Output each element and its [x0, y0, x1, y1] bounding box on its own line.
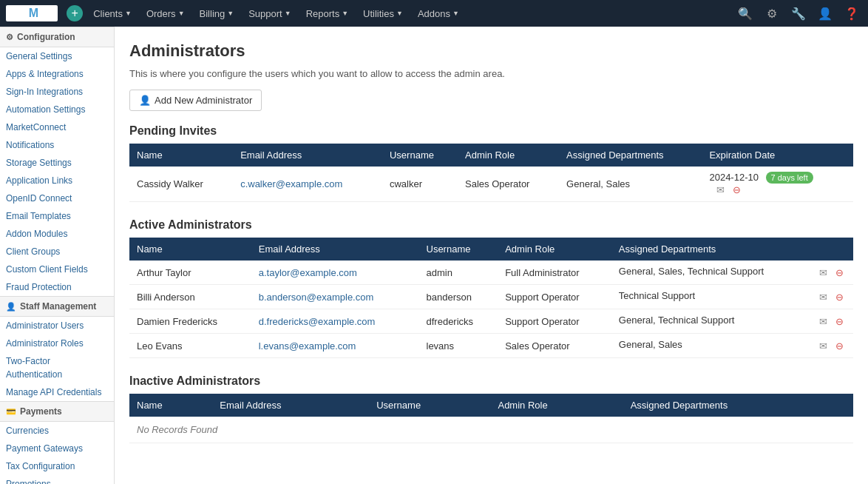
page-title: Administrators — [129, 41, 853, 61]
sidebar-item-openid-connect[interactable]: OpenID Connect — [0, 189, 114, 207]
sidebar-item-client-groups[interactable]: Client Groups — [0, 243, 114, 261]
active-row-0-username: admin — [419, 261, 498, 285]
sidebar-item-fraud-protection[interactable]: Fraud Protection — [0, 278, 114, 296]
active-col-name: Name — [129, 238, 251, 261]
active-row-0-email-link[interactable]: a.taylor@example.com — [259, 267, 357, 278]
pending-row-expiration: 2024-12-10 7 days left ✉ ⊖ — [702, 167, 853, 202]
table-row: Leo Evans l.evans@example.com levans Sal… — [129, 334, 853, 358]
pending-row-email-link[interactable]: c.walker@example.com — [240, 178, 342, 189]
table-row: Billi Anderson b.anderson@example.com ba… — [129, 285, 853, 309]
pending-row-actions: ✉ ⊖ — [713, 183, 846, 196]
sidebar-item-administrator-users[interactable]: Administrator Users — [0, 317, 114, 335]
edit-icon[interactable]: ✉ — [816, 339, 830, 352]
inactive-col-username: Username — [369, 394, 490, 417]
user-icon[interactable]: 👤 — [815, 3, 835, 24]
nav-addons[interactable]: Addons ▼ — [410, 0, 467, 27]
sidebar-item-manage-api-credentials[interactable]: Manage API Credentials — [0, 383, 114, 401]
active-row-0-role: Full Administrator — [498, 261, 611, 285]
edit-icon[interactable]: ✉ — [713, 183, 727, 196]
sidebar-item-automation-settings[interactable]: Automation Settings — [0, 101, 114, 118]
settings-icon[interactable]: ⚙ — [762, 3, 782, 24]
sidebar-item-apps-integrations[interactable]: Apps & Integrations — [0, 65, 114, 83]
add-new-administrator-button[interactable]: 👤 Add New Administrator — [129, 90, 262, 111]
sidebar-item-administrator-roles[interactable]: Administrator Roles — [0, 335, 114, 352]
active-row-0-name: Arthur Taylor — [129, 261, 251, 285]
sidebar-item-addon-modules[interactable]: Addon Modules — [0, 225, 114, 243]
nav-support[interactable]: Support ▼ — [241, 0, 298, 27]
delete-icon[interactable]: ⊖ — [833, 290, 846, 303]
nav-menu: Clients ▼ Orders ▼ Billing ▼ Support ▼ R… — [86, 0, 735, 27]
active-col-role: Admin Role — [498, 238, 611, 261]
sidebar-item-notifications[interactable]: Notifications — [0, 136, 114, 154]
nav-utilities[interactable]: Utilities ▼ — [356, 0, 410, 27]
delete-icon[interactable]: ⊖ — [833, 315, 846, 328]
pending-row-email: c.walker@example.com — [233, 167, 382, 202]
inactive-admins-table-wrap: Name Email Address Username Admin Role A… — [129, 394, 853, 443]
sidebar-section-payments: 💳 Payments — [0, 401, 114, 422]
active-col-username: Username — [419, 238, 498, 261]
sidebar-item-promotions[interactable]: Promotions — [0, 475, 114, 484]
sidebar-item-tax-configuration[interactable]: Tax Configuration — [0, 457, 114, 475]
active-col-email: Email Address — [251, 238, 419, 261]
sidebar-item-email-templates[interactable]: Email Templates — [0, 207, 114, 225]
nav-reports[interactable]: Reports ▼ — [299, 0, 356, 27]
active-admins-title: Active Administrators — [129, 218, 853, 232]
no-records-text: No Records Found — [129, 417, 853, 443]
active-row-3-email-link[interactable]: l.evans@example.com — [259, 340, 356, 352]
inactive-admins-table: Name Email Address Username Admin Role A… — [129, 394, 853, 443]
sidebar-item-currencies[interactable]: Currencies — [0, 422, 114, 440]
active-admins-table-wrap: Name Email Address Username Admin Role A… — [129, 238, 853, 358]
nav-right-icons: 🔍 ⚙ 🔧 👤 ❓ — [735, 3, 862, 24]
edit-icon[interactable]: ✉ — [816, 290, 830, 303]
sidebar-item-marketconnect[interactable]: MarketConnect — [0, 118, 114, 136]
sidebar-item-storage-settings[interactable]: Storage Settings — [0, 154, 114, 172]
active-row-2-departments: General, Technical Support ✉ ⊖ — [611, 309, 853, 334]
quick-add-button[interactable]: + — [67, 5, 83, 21]
search-icon[interactable]: 🔍 — [735, 3, 756, 24]
active-row-1-role: Support Operator — [498, 285, 611, 309]
nav-billing[interactable]: Billing ▼ — [192, 0, 242, 27]
sidebar-item-payment-gateways[interactable]: Payment Gateways — [0, 440, 114, 457]
active-admins-table: Name Email Address Username Admin Role A… — [129, 238, 853, 358]
sidebar-item-signin-integrations[interactable]: Sign-In Integrations — [0, 83, 114, 101]
delete-icon[interactable]: ⊖ — [833, 339, 846, 352]
sidebar-item-custom-client-fields[interactable]: Custom Client Fields — [0, 261, 114, 278]
active-row-0-departments: General, Sales, Technical Support ✉ ⊖ — [611, 261, 853, 285]
help-icon[interactable]: ❓ — [841, 3, 862, 24]
sidebar-item-two-factor-auth[interactable]: Two-Factor Authentication — [0, 352, 114, 383]
table-row: Arthur Taylor a.taylor@example.com admin… — [129, 261, 853, 285]
delete-icon[interactable]: ⊖ — [833, 266, 846, 279]
inactive-col-name: Name — [129, 394, 212, 417]
sidebar-section-configuration: ⚙ Configuration — [0, 27, 114, 47]
pending-invites-title: Pending Invites — [129, 124, 853, 138]
active-row-3-role: Sales Operator — [498, 334, 611, 358]
main-content: Administrators This is where you configu… — [115, 27, 868, 484]
nav-clients[interactable]: Clients ▼ — [86, 0, 139, 27]
active-row-1-email-link[interactable]: b.anderson@example.com — [259, 292, 374, 303]
sidebar-item-general-settings[interactable]: General Settings — [0, 47, 114, 65]
table-row: No Records Found — [129, 417, 853, 443]
active-row-0-email: a.taylor@example.com — [251, 261, 419, 285]
delete-icon[interactable]: ⊖ — [730, 183, 743, 196]
active-row-1-actions: ✉ ⊖ — [816, 290, 846, 303]
active-row-2-username: dfredericks — [419, 309, 498, 334]
sidebar-item-application-links[interactable]: Application Links — [0, 172, 114, 189]
pending-col-expiration: Expiration Date — [702, 144, 853, 167]
active-row-2-email-link[interactable]: d.fredericks@example.com — [259, 316, 376, 327]
edit-icon[interactable]: ✉ — [816, 266, 830, 279]
pending-col-email: Email Address — [233, 144, 382, 167]
inactive-col-role: Admin Role — [490, 394, 623, 417]
wrench-icon[interactable]: 🔧 — [788, 3, 809, 24]
edit-icon[interactable]: ✉ — [816, 315, 830, 328]
active-row-2-email: d.fredericks@example.com — [251, 309, 419, 334]
sidebar-section-staff-management: 👤 Staff Management — [0, 296, 114, 317]
active-row-1-email: b.anderson@example.com — [251, 285, 419, 309]
sidebar: ⚙ Configuration General Settings Apps & … — [0, 27, 115, 484]
person-icon: 👤 — [6, 302, 16, 312]
pending-col-username: Username — [382, 144, 458, 167]
active-row-0-actions: ✉ ⊖ — [816, 266, 846, 279]
nav-orders[interactable]: Orders ▼ — [139, 0, 192, 27]
payment-icon: 💳 — [6, 407, 16, 417]
active-row-2-name: Damien Fredericks — [129, 309, 251, 334]
logo[interactable]: WHMCS — [6, 5, 58, 21]
